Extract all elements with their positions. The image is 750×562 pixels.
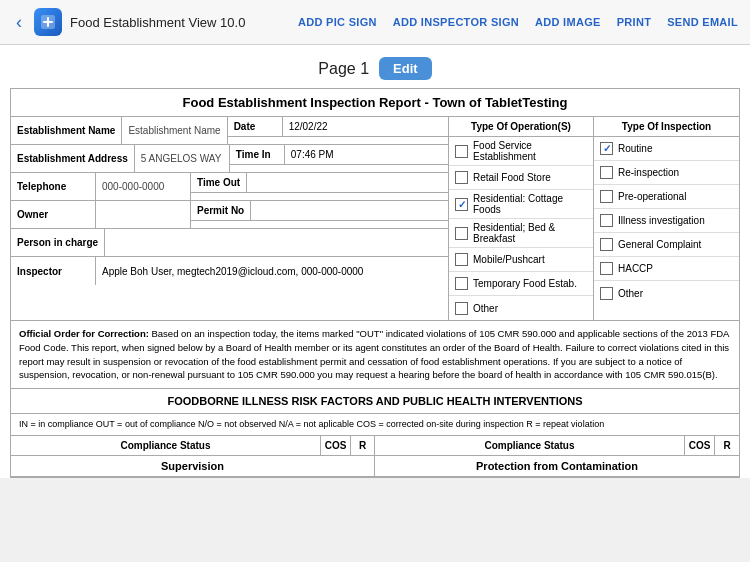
- report-title: Food Establishment Inspection Report - T…: [11, 89, 739, 117]
- operation-checkbox-6[interactable]: [455, 302, 468, 315]
- app-title: Food Establishment View 10.0: [70, 15, 245, 30]
- time-in-value: 07:46 PM: [285, 145, 448, 164]
- inspection-checkbox-3[interactable]: [600, 214, 613, 227]
- page-container: ‹ Food Establishment View 10.0 ADD PIC S…: [0, 0, 750, 478]
- time-out-label: Time Out: [191, 173, 247, 192]
- operation-label-3: Residential; Bed & Breakfast: [473, 222, 587, 244]
- operation-col: Food Service Establishment Retail Food S…: [449, 137, 594, 320]
- telephone-label: Telephone: [11, 173, 96, 200]
- operation-checkbox-2[interactable]: [455, 198, 468, 211]
- time-out-col: Time Out: [191, 173, 448, 200]
- owner-row: Owner Permit No: [11, 201, 448, 229]
- main-info-grid: Establishment Name Establishment Name Da…: [11, 117, 739, 321]
- inspection-item-5: HACCP: [594, 257, 739, 281]
- send-email-button[interactable]: SEND EMAIL: [667, 16, 738, 28]
- operation-label-2: Residential: Cottage Foods: [473, 193, 587, 215]
- type-columns: Type Of Operation(S) Type Of Inspection …: [449, 117, 739, 320]
- report-section: Food Establishment Inspection Report - T…: [10, 88, 740, 478]
- checkbox-grid: Food Service Establishment Retail Food S…: [449, 137, 739, 320]
- operation-item-3: Residential; Bed & Breakfast: [449, 219, 593, 248]
- print-button[interactable]: PRINT: [617, 16, 652, 28]
- establishment-name-sub: Establishment Name: [122, 117, 227, 144]
- operation-checkbox-4[interactable]: [455, 253, 468, 266]
- edit-button[interactable]: Edit: [379, 57, 432, 80]
- compliance-header: Compliance Status COS R Compliance Statu…: [11, 436, 739, 456]
- inspection-item-6: Other: [594, 281, 739, 305]
- inspection-item-2: Pre-operational: [594, 185, 739, 209]
- inspection-item-1: Re-inspection: [594, 161, 739, 185]
- inspection-checkbox-1[interactable]: [600, 166, 613, 179]
- inspection-checkbox-0[interactable]: [600, 142, 613, 155]
- type-of-inspection-header: Type Of Inspection: [594, 117, 739, 136]
- operation-label-6: Other: [473, 303, 498, 314]
- add-pic-sign-button[interactable]: ADD PIC SIGN: [298, 16, 377, 28]
- top-bar-nav: ADD PIC SIGN ADD INSPECTOR SIGN ADD IMAG…: [298, 16, 738, 28]
- comp-cos-header: COS: [321, 436, 351, 455]
- telephone-row: Telephone 000-000-0000 Time Out: [11, 173, 448, 201]
- operation-item-0: Food Service Establishment: [449, 137, 593, 166]
- inspection-checkbox-6[interactable]: [600, 287, 613, 300]
- type-of-operation-header: Type Of Operation(S): [449, 117, 594, 136]
- comp-r-header: R: [351, 436, 375, 455]
- legend-row: IN = in compliance OUT = out of complian…: [11, 414, 739, 436]
- owner-sub: [96, 201, 191, 228]
- inspection-label-1: Re-inspection: [618, 167, 679, 178]
- time-in-label: Time In: [230, 145, 285, 164]
- back-button[interactable]: ‹: [12, 12, 26, 33]
- date-row: Date 12/02/22: [228, 117, 448, 137]
- inspection-checkbox-4[interactable]: [600, 238, 613, 251]
- time-out-value: [247, 173, 448, 192]
- operation-label-5: Temporary Food Estab.: [473, 278, 577, 289]
- comp-r2-header: R: [715, 436, 739, 455]
- section-headers: Supervision Protection from Contaminatio…: [11, 456, 739, 477]
- official-order-bold: Official Order for Correction:: [19, 328, 149, 339]
- inspector-label: Inspector: [11, 257, 96, 285]
- operation-item-6: Other: [449, 296, 593, 320]
- establishment-address-sub: 5 ANGELOS WAY: [135, 145, 230, 172]
- establishment-info: Establishment Name Establishment Name Da…: [11, 117, 449, 320]
- operation-item-2: Residential: Cottage Foods: [449, 190, 593, 219]
- person-in-charge-label: Person in charge: [11, 229, 105, 256]
- date-label: Date: [228, 117, 283, 136]
- person-in-charge-value: [105, 229, 448, 256]
- operation-checkbox-1[interactable]: [455, 171, 468, 184]
- operation-item-5: Temporary Food Estab.: [449, 272, 593, 296]
- permit-label: Permit No: [191, 201, 251, 220]
- inspector-value: Apple Boh User, megtech2019@icloud.com, …: [96, 257, 448, 285]
- comp-right-header: Compliance Status: [375, 436, 685, 455]
- inspection-col: Routine Re-inspection Pre-operational: [594, 137, 739, 320]
- operation-checkbox-5[interactable]: [455, 277, 468, 290]
- operation-label-4: Mobile/Pushcart: [473, 254, 545, 265]
- time-out-row: Time Out: [191, 173, 448, 193]
- establishment-name-label: Establishment Name: [11, 117, 122, 144]
- inspection-label-0: Routine: [618, 143, 652, 154]
- telephone-sub: 000-000-0000: [96, 173, 191, 200]
- inspection-checkbox-5[interactable]: [600, 262, 613, 275]
- inspection-label-2: Pre-operational: [618, 191, 686, 202]
- foodborne-title: FOODBORNE ILLNESS RISK FACTORS AND PUBLI…: [11, 389, 739, 414]
- comp-left-header: Compliance Status: [11, 436, 321, 455]
- official-order: Official Order for Correction: Based on …: [11, 321, 739, 389]
- operation-checkbox-0[interactable]: [455, 145, 468, 158]
- inspection-label-6: Other: [618, 288, 643, 299]
- operation-item-1: Retail Food Store: [449, 166, 593, 190]
- inspection-checkbox-2[interactable]: [600, 190, 613, 203]
- page-label: Page 1: [318, 60, 369, 78]
- operation-label-1: Retail Food Store: [473, 172, 551, 183]
- operation-label-0: Food Service Establishment: [473, 140, 587, 162]
- app-icon: [34, 8, 62, 36]
- add-inspector-sign-button[interactable]: ADD INSPECTOR SIGN: [393, 16, 519, 28]
- supervision-label: Supervision: [11, 456, 375, 476]
- inspection-label-3: Illness investigation: [618, 215, 705, 226]
- inspection-label-4: General Complaint: [618, 239, 701, 250]
- date-col: Date 12/02/22: [228, 117, 448, 144]
- operation-checkbox-3[interactable]: [455, 227, 468, 240]
- time-in-row: Time In 07:46 PM: [230, 145, 448, 165]
- permit-col: Permit No: [191, 201, 448, 228]
- inspection-item-3: Illness investigation: [594, 209, 739, 233]
- time-in-col: Time In 07:46 PM: [230, 145, 448, 172]
- add-image-button[interactable]: ADD IMAGE: [535, 16, 601, 28]
- date-value: 12/02/22: [283, 117, 448, 136]
- inspection-label-5: HACCP: [618, 263, 653, 274]
- establishment-address-row: Establishment Address 5 ANGELOS WAY Time…: [11, 145, 448, 173]
